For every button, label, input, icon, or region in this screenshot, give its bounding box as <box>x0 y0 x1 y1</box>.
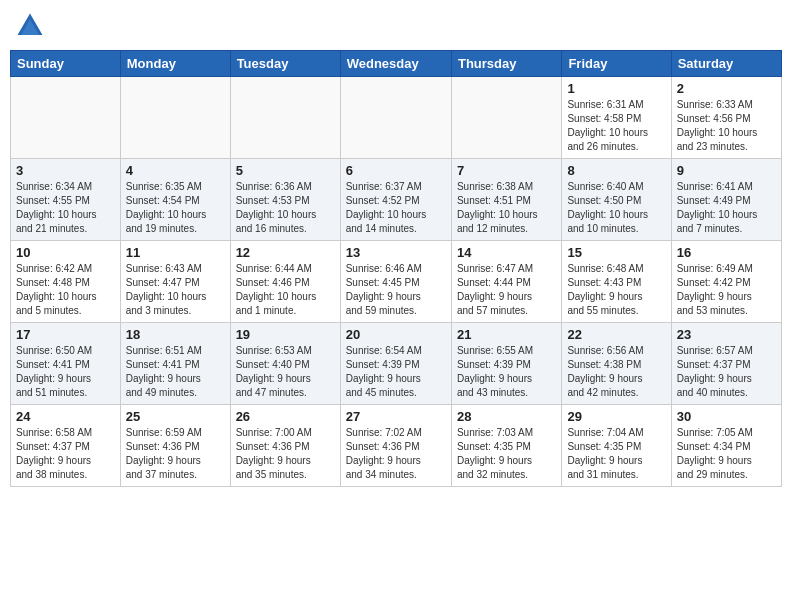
day-info: Sunrise: 6:36 AM Sunset: 4:53 PM Dayligh… <box>236 180 335 236</box>
logo <box>14 10 50 42</box>
day-info: Sunrise: 6:42 AM Sunset: 4:48 PM Dayligh… <box>16 262 115 318</box>
calendar-cell: 22Sunrise: 6:56 AM Sunset: 4:38 PM Dayli… <box>562 323 671 405</box>
calendar-cell: 25Sunrise: 6:59 AM Sunset: 4:36 PM Dayli… <box>120 405 230 487</box>
calendar-cell: 24Sunrise: 6:58 AM Sunset: 4:37 PM Dayli… <box>11 405 121 487</box>
calendar-week-row: 1Sunrise: 6:31 AM Sunset: 4:58 PM Daylig… <box>11 77 782 159</box>
calendar-cell: 4Sunrise: 6:35 AM Sunset: 4:54 PM Daylig… <box>120 159 230 241</box>
day-info: Sunrise: 6:55 AM Sunset: 4:39 PM Dayligh… <box>457 344 556 400</box>
calendar-cell: 8Sunrise: 6:40 AM Sunset: 4:50 PM Daylig… <box>562 159 671 241</box>
day-number: 11 <box>126 245 225 260</box>
day-number: 20 <box>346 327 446 342</box>
calendar-cell: 14Sunrise: 6:47 AM Sunset: 4:44 PM Dayli… <box>451 241 561 323</box>
day-info: Sunrise: 6:41 AM Sunset: 4:49 PM Dayligh… <box>677 180 776 236</box>
day-info: Sunrise: 7:00 AM Sunset: 4:36 PM Dayligh… <box>236 426 335 482</box>
day-info: Sunrise: 6:43 AM Sunset: 4:47 PM Dayligh… <box>126 262 225 318</box>
calendar-week-row: 24Sunrise: 6:58 AM Sunset: 4:37 PM Dayli… <box>11 405 782 487</box>
day-info: Sunrise: 6:40 AM Sunset: 4:50 PM Dayligh… <box>567 180 665 236</box>
day-number: 17 <box>16 327 115 342</box>
calendar-cell: 3Sunrise: 6:34 AM Sunset: 4:55 PM Daylig… <box>11 159 121 241</box>
calendar-cell: 23Sunrise: 6:57 AM Sunset: 4:37 PM Dayli… <box>671 323 781 405</box>
calendar-cell <box>340 77 451 159</box>
day-number: 13 <box>346 245 446 260</box>
day-number: 15 <box>567 245 665 260</box>
calendar-week-row: 10Sunrise: 6:42 AM Sunset: 4:48 PM Dayli… <box>11 241 782 323</box>
day-info: Sunrise: 6:48 AM Sunset: 4:43 PM Dayligh… <box>567 262 665 318</box>
day-number: 27 <box>346 409 446 424</box>
calendar-cell <box>451 77 561 159</box>
day-number: 25 <box>126 409 225 424</box>
col-header-tuesday: Tuesday <box>230 51 340 77</box>
calendar-cell <box>230 77 340 159</box>
logo-icon <box>14 10 46 42</box>
day-info: Sunrise: 7:03 AM Sunset: 4:35 PM Dayligh… <box>457 426 556 482</box>
calendar-cell: 12Sunrise: 6:44 AM Sunset: 4:46 PM Dayli… <box>230 241 340 323</box>
calendar-cell: 9Sunrise: 6:41 AM Sunset: 4:49 PM Daylig… <box>671 159 781 241</box>
calendar-cell: 26Sunrise: 7:00 AM Sunset: 4:36 PM Dayli… <box>230 405 340 487</box>
day-info: Sunrise: 6:31 AM Sunset: 4:58 PM Dayligh… <box>567 98 665 154</box>
day-info: Sunrise: 6:50 AM Sunset: 4:41 PM Dayligh… <box>16 344 115 400</box>
day-info: Sunrise: 6:49 AM Sunset: 4:42 PM Dayligh… <box>677 262 776 318</box>
day-info: Sunrise: 6:34 AM Sunset: 4:55 PM Dayligh… <box>16 180 115 236</box>
day-number: 7 <box>457 163 556 178</box>
calendar-cell <box>11 77 121 159</box>
day-info: Sunrise: 6:59 AM Sunset: 4:36 PM Dayligh… <box>126 426 225 482</box>
calendar-cell: 2Sunrise: 6:33 AM Sunset: 4:56 PM Daylig… <box>671 77 781 159</box>
day-number: 22 <box>567 327 665 342</box>
day-number: 1 <box>567 81 665 96</box>
day-number: 28 <box>457 409 556 424</box>
day-info: Sunrise: 6:38 AM Sunset: 4:51 PM Dayligh… <box>457 180 556 236</box>
day-number: 21 <box>457 327 556 342</box>
day-number: 26 <box>236 409 335 424</box>
col-header-friday: Friday <box>562 51 671 77</box>
calendar-cell: 13Sunrise: 6:46 AM Sunset: 4:45 PM Dayli… <box>340 241 451 323</box>
calendar-cell: 6Sunrise: 6:37 AM Sunset: 4:52 PM Daylig… <box>340 159 451 241</box>
day-info: Sunrise: 7:02 AM Sunset: 4:36 PM Dayligh… <box>346 426 446 482</box>
page-header <box>10 10 782 42</box>
calendar-cell: 27Sunrise: 7:02 AM Sunset: 4:36 PM Dayli… <box>340 405 451 487</box>
day-number: 12 <box>236 245 335 260</box>
col-header-monday: Monday <box>120 51 230 77</box>
day-info: Sunrise: 7:05 AM Sunset: 4:34 PM Dayligh… <box>677 426 776 482</box>
day-info: Sunrise: 6:47 AM Sunset: 4:44 PM Dayligh… <box>457 262 556 318</box>
day-number: 23 <box>677 327 776 342</box>
day-number: 2 <box>677 81 776 96</box>
day-number: 16 <box>677 245 776 260</box>
calendar-cell: 15Sunrise: 6:48 AM Sunset: 4:43 PM Dayli… <box>562 241 671 323</box>
day-info: Sunrise: 7:04 AM Sunset: 4:35 PM Dayligh… <box>567 426 665 482</box>
calendar-cell: 20Sunrise: 6:54 AM Sunset: 4:39 PM Dayli… <box>340 323 451 405</box>
col-header-sunday: Sunday <box>11 51 121 77</box>
day-info: Sunrise: 6:53 AM Sunset: 4:40 PM Dayligh… <box>236 344 335 400</box>
col-header-saturday: Saturday <box>671 51 781 77</box>
calendar-week-row: 3Sunrise: 6:34 AM Sunset: 4:55 PM Daylig… <box>11 159 782 241</box>
day-info: Sunrise: 6:58 AM Sunset: 4:37 PM Dayligh… <box>16 426 115 482</box>
calendar-cell: 28Sunrise: 7:03 AM Sunset: 4:35 PM Dayli… <box>451 405 561 487</box>
calendar-cell: 5Sunrise: 6:36 AM Sunset: 4:53 PM Daylig… <box>230 159 340 241</box>
day-info: Sunrise: 6:56 AM Sunset: 4:38 PM Dayligh… <box>567 344 665 400</box>
calendar-cell: 10Sunrise: 6:42 AM Sunset: 4:48 PM Dayli… <box>11 241 121 323</box>
calendar-cell: 29Sunrise: 7:04 AM Sunset: 4:35 PM Dayli… <box>562 405 671 487</box>
day-number: 29 <box>567 409 665 424</box>
day-number: 8 <box>567 163 665 178</box>
day-number: 10 <box>16 245 115 260</box>
calendar-cell: 7Sunrise: 6:38 AM Sunset: 4:51 PM Daylig… <box>451 159 561 241</box>
day-number: 4 <box>126 163 225 178</box>
calendar-cell: 11Sunrise: 6:43 AM Sunset: 4:47 PM Dayli… <box>120 241 230 323</box>
calendar-cell: 21Sunrise: 6:55 AM Sunset: 4:39 PM Dayli… <box>451 323 561 405</box>
calendar-week-row: 17Sunrise: 6:50 AM Sunset: 4:41 PM Dayli… <box>11 323 782 405</box>
calendar-cell: 1Sunrise: 6:31 AM Sunset: 4:58 PM Daylig… <box>562 77 671 159</box>
day-number: 3 <box>16 163 115 178</box>
day-info: Sunrise: 6:37 AM Sunset: 4:52 PM Dayligh… <box>346 180 446 236</box>
col-header-wednesday: Wednesday <box>340 51 451 77</box>
day-number: 24 <box>16 409 115 424</box>
day-info: Sunrise: 6:33 AM Sunset: 4:56 PM Dayligh… <box>677 98 776 154</box>
day-number: 18 <box>126 327 225 342</box>
day-number: 6 <box>346 163 446 178</box>
day-info: Sunrise: 6:54 AM Sunset: 4:39 PM Dayligh… <box>346 344 446 400</box>
calendar-cell: 16Sunrise: 6:49 AM Sunset: 4:42 PM Dayli… <box>671 241 781 323</box>
calendar-cell: 19Sunrise: 6:53 AM Sunset: 4:40 PM Dayli… <box>230 323 340 405</box>
day-info: Sunrise: 6:46 AM Sunset: 4:45 PM Dayligh… <box>346 262 446 318</box>
day-number: 30 <box>677 409 776 424</box>
day-info: Sunrise: 6:44 AM Sunset: 4:46 PM Dayligh… <box>236 262 335 318</box>
day-number: 5 <box>236 163 335 178</box>
calendar-cell: 30Sunrise: 7:05 AM Sunset: 4:34 PM Dayli… <box>671 405 781 487</box>
